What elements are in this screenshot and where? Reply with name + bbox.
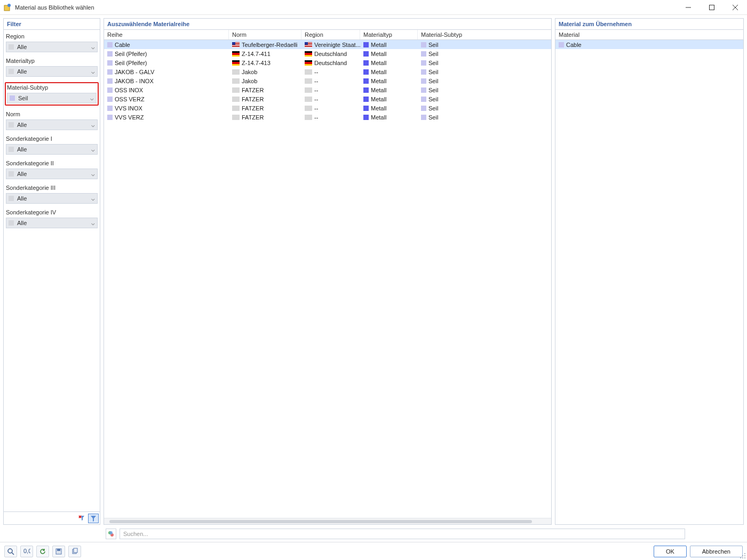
minimize-button[interactable]: [677, 0, 700, 15]
sk4-label: Sonderkategorie IV: [6, 209, 98, 215]
table-row[interactable]: JAKOB - INOXJakob--MetallSeil: [104, 76, 551, 85]
sk4-combo[interactable]: Alle⌵: [6, 218, 98, 228]
zoom-icon[interactable]: [4, 546, 17, 557]
save-icon[interactable]: [52, 546, 65, 557]
norm-label: Norm: [6, 111, 98, 117]
col-material[interactable]: Material: [555, 30, 743, 39]
table-row[interactable]: CableTeufelberger-RedaelliVereinigte Sta…: [104, 40, 551, 49]
sk3-label: Sonderkategorie III: [6, 185, 98, 191]
svg-point-10: [109, 531, 113, 534]
bottombar: 0,0 OK Abbrechen: [0, 542, 747, 560]
svg-point-21: [744, 557, 745, 558]
materialtyp-label: Materialtyp: [6, 58, 98, 64]
chevron-down-icon: ⌵: [91, 195, 95, 202]
region-combo[interactable]: Alle⌵: [6, 42, 98, 52]
search-input[interactable]: [120, 529, 685, 539]
svg-rect-17: [74, 548, 77, 553]
filter-icon[interactable]: [88, 514, 99, 523]
sk3-combo[interactable]: Alle⌵: [6, 193, 98, 204]
svg-point-11: [8, 549, 12, 553]
col-materialsubtyp[interactable]: Material-Subtyp: [418, 30, 474, 39]
table-row[interactable]: VVS INOXFATZER--MetallSeil: [104, 103, 551, 113]
refresh-icon[interactable]: [36, 546, 49, 557]
table-row[interactable]: VVS VERZFATZER--MetallSeil: [104, 113, 551, 122]
chevron-down-icon: ⌵: [91, 68, 95, 75]
svg-rect-15: [57, 549, 60, 551]
table-row[interactable]: Cable: [555, 40, 743, 49]
col-reihe[interactable]: Reihe: [104, 30, 229, 39]
close-button[interactable]: [724, 0, 747, 15]
chevron-down-icon: ⌵: [91, 44, 95, 51]
chevron-down-icon: ⌵: [91, 146, 95, 153]
filter-panel: Filter Region Alle⌵ Materialtyp Alle⌵ Ma…: [3, 18, 100, 525]
resize-grip-icon[interactable]: [738, 551, 746, 559]
svg-rect-3: [710, 5, 714, 10]
sk1-combo[interactable]: Alle⌵: [6, 144, 98, 155]
materialsubtyp-label: Material-Subtyp: [7, 84, 97, 91]
horizontal-scrollbar[interactable]: [104, 518, 551, 524]
svg-point-22: [742, 557, 743, 558]
app-icon: [3, 3, 12, 12]
table-row[interactable]: Seil (Pfeifer)Z-14.7-411DeutschlandMetal…: [104, 49, 551, 58]
svg-line-12: [12, 553, 14, 555]
sk2-label: Sonderkategorie II: [6, 160, 98, 166]
cancel-button[interactable]: Abbrechen: [690, 546, 743, 557]
window-title: Material aus Bibliothek wählen: [15, 4, 677, 11]
svg-point-23: [740, 557, 741, 558]
svg-point-20: [742, 555, 743, 556]
chevron-down-icon: ⌵: [91, 220, 95, 227]
table-row[interactable]: OSS VERZFATZER--MetallSeil: [104, 94, 551, 103]
sk2-combo[interactable]: Alle⌵: [6, 169, 98, 179]
right-header: Material zum Übernehmen: [555, 19, 743, 30]
material-take-panel: Material zum Übernehmen Material Cable: [555, 18, 744, 525]
region-label: Region: [6, 33, 98, 39]
filter-header: Filter: [4, 19, 100, 30]
svg-point-1: [7, 4, 11, 7]
chevron-down-icon: ⌵: [91, 122, 95, 129]
materialsubtyp-combo[interactable]: Seil⌵: [7, 93, 97, 103]
units-icon[interactable]: 0,0: [20, 546, 33, 557]
sk1-label: Sonderkategorie I: [6, 135, 98, 142]
clear-filter-icon[interactable]: [76, 514, 87, 523]
table-row[interactable]: Seil (Pfeifer)Z-14.7-413DeutschlandMetal…: [104, 58, 551, 67]
svg-point-18: [744, 553, 745, 554]
col-region[interactable]: Region: [301, 30, 360, 39]
svg-text:0,0: 0,0: [23, 548, 30, 554]
col-materialtyp[interactable]: Materialtyp: [360, 30, 418, 39]
svg-point-19: [744, 555, 745, 556]
col-norm[interactable]: Norm: [229, 30, 301, 39]
chevron-down-icon: ⌵: [91, 171, 95, 178]
search-mode-icon[interactable]: [106, 529, 116, 539]
table-header-row: Reihe Norm Region Materialtyp Material-S…: [104, 30, 551, 40]
materialtyp-combo[interactable]: Alle⌵: [6, 66, 98, 77]
table-row[interactable]: JAKOB - GALVJakob--MetallSeil: [104, 67, 551, 76]
maximize-button[interactable]: [700, 0, 724, 15]
chevron-down-icon: ⌵: [90, 95, 94, 102]
table-row[interactable]: OSS INOXFATZER--MetallSeil: [104, 85, 551, 94]
mid-header: Auszuwählende Materialreihe: [104, 19, 551, 30]
material-series-panel: Auszuwählende Materialreihe Reihe Norm R…: [104, 18, 552, 525]
copy-icon[interactable]: [68, 546, 81, 557]
ok-button[interactable]: OK: [654, 546, 687, 557]
norm-combo[interactable]: Alle⌵: [6, 119, 98, 130]
titlebar: Material aus Bibliothek wählen: [0, 0, 747, 15]
